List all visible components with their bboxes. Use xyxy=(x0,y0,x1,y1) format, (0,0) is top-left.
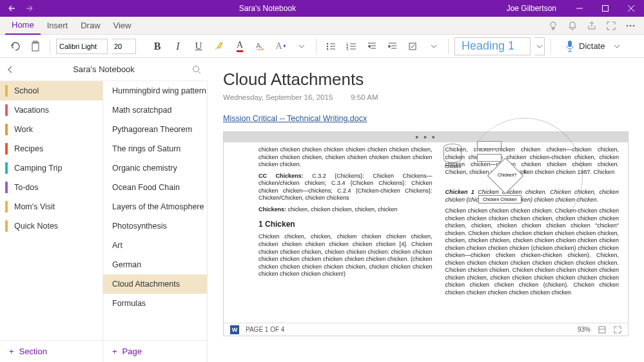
curve-icon xyxy=(467,118,583,234)
svg-text:A: A xyxy=(256,42,261,50)
undo-button[interactable] xyxy=(6,38,23,55)
maximize-button[interactable] xyxy=(592,0,618,17)
back-chevron-icon[interactable] xyxy=(6,66,14,73)
page-item[interactable]: Photosynthesis xyxy=(103,216,207,236)
style-picker[interactable]: Heading 1 xyxy=(454,37,531,55)
titlebar: Sara's Notebook Joe Gilbertson xyxy=(0,0,644,17)
svg-rect-14 xyxy=(568,41,572,47)
section-item-school[interactable]: School xyxy=(0,81,102,100)
user-name[interactable]: Joe Gilbertson xyxy=(496,4,567,13)
bold-button[interactable]: B xyxy=(149,38,166,55)
bell-icon[interactable] xyxy=(567,20,578,32)
nav-forward[interactable] xyxy=(21,0,39,17)
page-item[interactable]: Ocean Food Chain xyxy=(103,178,207,197)
bullets-button[interactable] xyxy=(322,38,339,55)
page-item[interactable]: Formulas xyxy=(103,294,207,313)
font-color-button[interactable]: A xyxy=(231,38,248,55)
fullscreen-icon[interactable] xyxy=(605,20,617,32)
diagram-label: Chicken xyxy=(445,164,461,169)
plus-icon: + xyxy=(112,347,117,356)
font-name-input[interactable]: Calibri Light xyxy=(56,39,108,54)
svg-point-3 xyxy=(633,24,635,26)
clear-format-button[interactable]: A xyxy=(252,38,269,55)
dictate-label: Dictate xyxy=(579,41,605,51)
search-icon[interactable] xyxy=(192,65,201,74)
notebook-title[interactable]: Sara's Notebook xyxy=(73,64,135,74)
page-item[interactable]: Hummingbird wing pattern xyxy=(103,81,207,100)
tab-view[interactable]: View xyxy=(107,17,138,35)
section-item-camping[interactable]: Camping Trip xyxy=(0,158,102,178)
doc-text: Chicken chicken, chicken, chicken chicke… xyxy=(259,233,433,278)
numbering-button[interactable]: 123 xyxy=(343,38,360,55)
ribbon-tabs: Home Insert Draw View xyxy=(0,17,644,35)
page-item[interactable]: Math scratchpad xyxy=(103,100,207,120)
minimize-button[interactable] xyxy=(567,0,592,17)
page-title[interactable]: Cloud Attachments xyxy=(223,70,629,90)
pages-panel: Hummingbird wing pattern Math scratchpad… xyxy=(103,58,208,362)
add-section-button[interactable]: +Section xyxy=(0,340,102,362)
todo-tag-button[interactable] xyxy=(405,38,422,55)
page-item[interactable]: German xyxy=(103,255,207,274)
indent-button[interactable] xyxy=(384,38,401,55)
clipboard-button[interactable] xyxy=(27,38,44,55)
section-item-quick-notes[interactable]: Quick Notes xyxy=(0,216,102,236)
zoom-level[interactable]: 93% xyxy=(578,326,590,333)
style-dropdown[interactable] xyxy=(534,37,545,55)
add-page-button[interactable]: +Page xyxy=(103,340,207,362)
page-indicator: PAGE 1 OF 4 xyxy=(246,326,284,333)
page-meta: Wednesday, September 16, 2015 9:50 AM xyxy=(223,93,629,101)
section-item-vacations[interactable]: Vacations xyxy=(0,100,102,120)
svg-rect-16 xyxy=(599,327,605,333)
section-item-todos[interactable]: To-dos xyxy=(0,178,102,197)
tab-draw[interactable]: Draw xyxy=(74,17,106,35)
tab-home[interactable]: Home xyxy=(5,17,41,35)
share-icon[interactable] xyxy=(586,20,598,32)
word-icon[interactable]: W xyxy=(230,325,239,334)
svg-text:3: 3 xyxy=(346,47,349,51)
svg-point-9 xyxy=(327,48,328,49)
expand-icon[interactable] xyxy=(614,326,621,334)
page-item[interactable]: Art xyxy=(103,236,207,255)
italic-button[interactable]: I xyxy=(170,38,186,55)
page-item[interactable]: Cloud Attachments xyxy=(103,274,207,294)
svg-point-1 xyxy=(627,24,629,26)
more-icon[interactable] xyxy=(625,20,636,32)
section-item-recipes[interactable]: Recipes xyxy=(0,139,102,158)
page-content[interactable]: Cloud Attachments Wednesday, September 1… xyxy=(208,58,644,362)
svg-rect-4 xyxy=(32,43,39,51)
doc-heading: 1 Chicken xyxy=(259,220,433,229)
microphone-icon xyxy=(565,40,575,53)
plus-icon: + xyxy=(9,347,14,356)
outdent-button[interactable] xyxy=(364,38,380,55)
tab-insert[interactable]: Insert xyxy=(41,17,75,35)
dictate-button[interactable]: Dictate xyxy=(565,40,620,53)
svg-point-15 xyxy=(193,66,199,71)
page-date: Wednesday, September 16, 2015 xyxy=(223,93,333,101)
font-size-input[interactable]: 20 xyxy=(112,39,136,54)
chevron-down-icon[interactable] xyxy=(425,38,442,55)
window-title: Sara's Notebook xyxy=(39,4,496,13)
close-button[interactable] xyxy=(618,0,644,17)
sections-panel: Sara's Notebook School Vacations Work Re… xyxy=(0,58,103,362)
page-item[interactable]: Pythagorean Theorem xyxy=(103,120,207,139)
underline-button[interactable]: U xyxy=(190,38,207,55)
nav-back[interactable] xyxy=(3,0,21,17)
chevron-down-icon[interactable] xyxy=(614,43,620,50)
cylinder-icon xyxy=(444,144,462,163)
page-width-icon[interactable] xyxy=(598,326,606,334)
section-item-moms-visit[interactable]: Mom's Visit xyxy=(0,197,102,216)
page-item[interactable]: Layers of the Atmosphere xyxy=(103,197,207,216)
chevron-down-icon[interactable] xyxy=(293,38,310,55)
page-time: 9:50 AM xyxy=(351,93,378,101)
page-item[interactable]: Organic chemistry xyxy=(103,158,207,178)
section-item-work[interactable]: Work xyxy=(0,120,102,139)
attachment-link[interactable]: Mission Critical -- Technical Writing.do… xyxy=(223,114,367,123)
lightbulb-icon[interactable] xyxy=(547,20,559,32)
document-preview[interactable]: • • • chicken chicken chicken chicken ch… xyxy=(223,131,629,336)
highlight-button[interactable] xyxy=(211,38,228,55)
page-item[interactable]: The rings of Saturn xyxy=(103,139,207,158)
format-painter-button[interactable]: A✦ xyxy=(273,38,289,55)
doc-text: CC Chickens: C.3.2 {Chickens}: Chicken C… xyxy=(259,173,433,202)
svg-rect-0 xyxy=(603,6,609,12)
svg-point-2 xyxy=(630,24,632,26)
